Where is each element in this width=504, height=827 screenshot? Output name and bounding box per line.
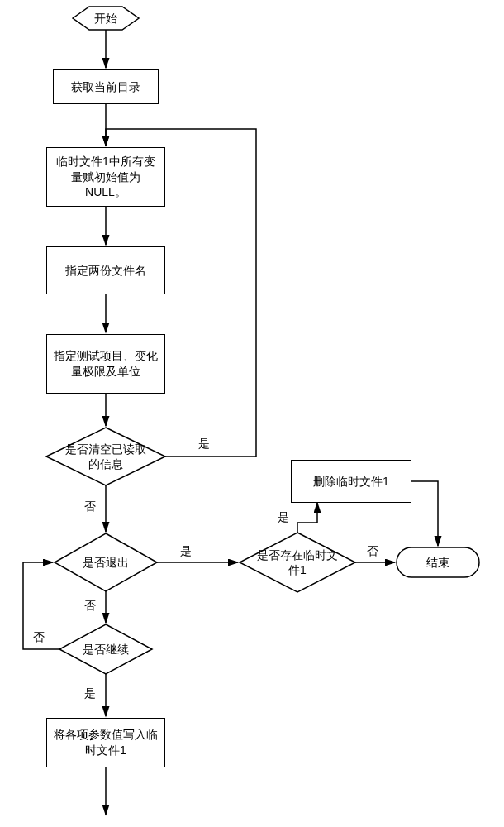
write-params-node: 将各项参数值写入临时文件1: [46, 718, 165, 767]
clear-read-decision: 是否清空已读取的信息: [46, 428, 165, 485]
exit-label: 是否退出: [83, 555, 129, 570]
temp-exists-no-label: 否: [367, 544, 378, 559]
temp-exists-decision: 是否存在临时文件1: [240, 533, 355, 592]
write-params-label: 将各项参数值写入临时文件1: [52, 727, 159, 758]
get-directory-label: 获取当前目录: [71, 79, 140, 95]
clear-read-no-label: 否: [84, 500, 96, 514]
start-node: 开始: [73, 7, 139, 30]
end-label: 结束: [426, 555, 449, 570]
start-label: 开始: [94, 11, 117, 26]
init-null-node: 临时文件1中所有变量赋初始值为NULL。: [46, 147, 165, 207]
exit-no-label: 否: [84, 599, 96, 614]
flowchart-canvas: [0, 0, 504, 827]
temp-exists-yes-label: 是: [278, 510, 289, 525]
continue-label: 是否继续: [83, 642, 129, 657]
exit-decision: 是否退出: [55, 533, 157, 591]
specify-items-label: 指定测试项目、变化量极限及单位: [52, 348, 159, 380]
exit-yes-label: 是: [180, 544, 192, 559]
end-node: 结束: [397, 547, 479, 577]
specify-files-label: 指定两份文件名: [65, 263, 146, 279]
continue-decision: 是否继续: [59, 624, 152, 674]
specify-items-node: 指定测试项目、变化量极限及单位: [46, 334, 165, 394]
init-null-label: 临时文件1中所有变量赋初始值为NULL。: [52, 154, 159, 201]
specify-files-node: 指定两份文件名: [46, 246, 165, 294]
clear-read-yes-label: 是: [198, 437, 210, 452]
continue-no-label: 否: [33, 630, 45, 645]
continue-yes-label: 是: [84, 686, 96, 701]
clear-read-label: 是否清空已读取的信息: [60, 442, 151, 471]
delete-temp-label: 删除临时文件1: [313, 474, 389, 490]
get-directory-node: 获取当前目录: [53, 69, 159, 104]
temp-exists-label: 是否存在临时文件1: [252, 547, 343, 577]
delete-temp-node: 删除临时文件1: [291, 460, 411, 503]
